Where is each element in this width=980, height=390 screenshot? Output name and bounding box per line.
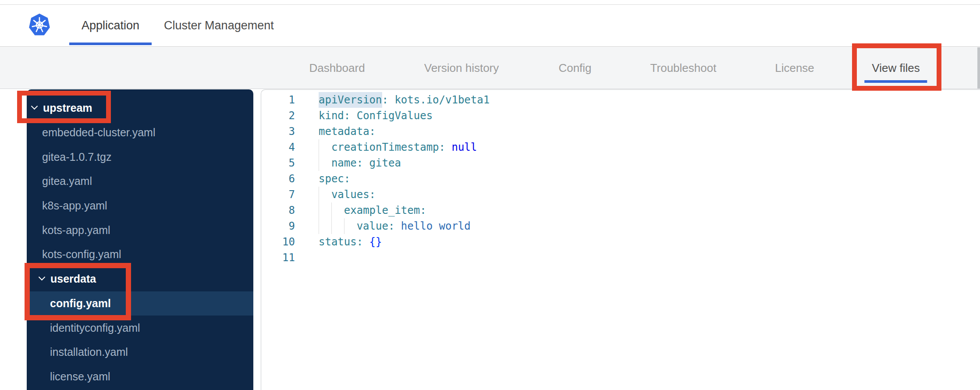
folder-upstream[interactable]: upstream: [27, 96, 253, 121]
code-token: :: [357, 234, 369, 250]
tree-item-label: kots-config.yaml: [42, 248, 121, 261]
header-tab-label: Application: [82, 19, 139, 32]
primary-tab-bar: ApplicationCluster Management: [69, 5, 286, 46]
nav-tab-label: Config: [558, 61, 591, 75]
code-line-5[interactable]: 5name: gitea: [261, 155, 980, 171]
code-token: name: [331, 155, 357, 171]
code-token: :: [357, 155, 369, 171]
line-number: 6: [261, 171, 295, 187]
code-token: values: [331, 187, 369, 202]
tree-item-label: gitea.yaml: [42, 175, 92, 188]
indent-guide: [319, 202, 331, 218]
code-token: :: [382, 92, 395, 108]
code-token: metadata: [319, 124, 369, 139]
file-config-yaml[interactable]: config.yaml: [27, 291, 253, 316]
nav-tab-label: Dashboard: [309, 61, 365, 75]
code-line-1[interactable]: 1apiVersion: kots.io/v1beta1: [261, 92, 980, 108]
nav-tab-version-history[interactable]: Version history: [424, 47, 499, 89]
chevron-down-icon: [31, 103, 38, 110]
file-gitea-yaml[interactable]: gitea.yaml: [27, 169, 253, 194]
tree-item-label: upstream: [43, 102, 92, 114]
line-number: 1: [261, 92, 295, 108]
code-line-9[interactable]: 9value: hello world: [261, 218, 980, 234]
nav-tab-config[interactable]: Config: [558, 47, 591, 89]
line-number: 11: [261, 250, 295, 266]
active-tab-underline: [69, 43, 152, 45]
helm-wheel-icon: [31, 16, 48, 34]
code-text: name: gitea: [319, 155, 401, 171]
file-identityconfig-yaml[interactable]: identityconfig.yaml: [27, 316, 253, 340]
nav-tab-label: View files: [872, 61, 920, 75]
nav-tab-troubleshoot[interactable]: Troubleshoot: [650, 47, 717, 89]
code-token: creationTimestamp: [331, 139, 439, 155]
indent-guide: [331, 218, 344, 234]
code-line-3[interactable]: 3metadata:: [261, 124, 980, 139]
indent-guide: [344, 218, 357, 234]
code-token: :: [420, 202, 426, 218]
code-token: kots.io/v1beta1: [394, 92, 490, 108]
tree-item-label: installation.yaml: [50, 346, 128, 358]
code-text: example_item:: [319, 202, 426, 218]
file-tree-sidebar: upstreamembedded-cluster.yamlgitea-1.0.7…: [27, 89, 253, 390]
chevron-down-icon: [39, 274, 45, 281]
nav-tab-label: Troubleshoot: [650, 61, 717, 75]
application-nav-bar: DashboardVersion historyConfigTroublesho…: [0, 47, 980, 89]
header-tab-label: Cluster Management: [164, 19, 274, 32]
code-line-6[interactable]: 6spec:: [261, 171, 980, 187]
code-text: metadata:: [319, 124, 376, 139]
line-number: 5: [261, 155, 295, 171]
header-tab-cluster-management[interactable]: Cluster Management: [152, 5, 286, 46]
code-text: values:: [319, 187, 376, 202]
code-text: value: hello world: [319, 218, 471, 234]
kubernetes-logo-icon[interactable]: [28, 12, 51, 38]
folder-userdata[interactable]: userdata: [27, 267, 253, 291]
nav-tab-label: License: [775, 61, 814, 75]
code-line-7[interactable]: 7values:: [261, 187, 980, 202]
tree-item-label: identityconfig.yaml: [50, 322, 140, 334]
code-token: gitea: [369, 155, 401, 171]
app-header: ApplicationCluster Management: [0, 5, 980, 47]
file-k8s-app-yaml[interactable]: k8s-app.yaml: [27, 194, 253, 218]
code-token: :: [344, 108, 357, 124]
nav-tab-label: Version history: [424, 61, 499, 75]
file-kots-config-yaml[interactable]: kots-config.yaml: [27, 242, 253, 267]
nav-tab-view-files[interactable]: View files: [872, 47, 920, 89]
code-token: :: [388, 218, 401, 234]
file-embedded-cluster-yaml[interactable]: embedded-cluster.yaml: [27, 121, 253, 145]
tree-item-label: userdata: [50, 273, 96, 285]
indent-guide: [319, 155, 331, 171]
code-token: {}: [369, 234, 382, 250]
line-number: 9: [261, 218, 295, 234]
file-installation-yaml[interactable]: installation.yaml: [27, 340, 253, 365]
indent-guide: [319, 218, 331, 234]
code-text: spec:: [319, 171, 350, 187]
code-line-2[interactable]: 2kind: ConfigValues: [261, 108, 980, 124]
header-tab-application[interactable]: Application: [69, 5, 152, 46]
nav-tab-dashboard[interactable]: Dashboard: [309, 47, 365, 89]
file-kots-app-yaml[interactable]: kots-app.yaml: [27, 218, 253, 242]
code-line-11[interactable]: 11: [261, 250, 980, 266]
code-token: :: [369, 187, 376, 202]
tree-item-label: k8s-app.yaml: [42, 199, 107, 212]
code-token: value: [357, 218, 388, 234]
line-number: 10: [261, 234, 295, 250]
indent-guide: [319, 139, 331, 155]
code-line-4[interactable]: 4creationTimestamp: null: [261, 139, 980, 155]
code-token: example_item: [344, 202, 420, 218]
nav-tab-license[interactable]: License: [775, 47, 814, 89]
browser-scrollbar-thumb[interactable]: [977, 47, 980, 89]
code-token: kind: [319, 108, 344, 124]
code-token: null: [451, 139, 477, 155]
active-nav-underline: [864, 80, 927, 83]
code-token: :: [439, 139, 452, 155]
file-license-yaml[interactable]: license.yaml: [27, 365, 253, 389]
kots-admin-console: ApplicationCluster Management DashboardV…: [0, 0, 980, 390]
yaml-code-editor[interactable]: 1apiVersion: kots.io/v1beta12kind: Confi…: [261, 89, 980, 390]
code-line-8[interactable]: 8example_item:: [261, 202, 980, 218]
code-text: kind: ConfigValues: [319, 108, 433, 124]
file-gitea-1-0-7-tgz[interactable]: gitea-1.0.7.tgz: [27, 145, 253, 169]
code-text: apiVersion: kots.io/v1beta1: [319, 92, 490, 108]
code-token: :: [369, 124, 376, 139]
code-token: :: [344, 171, 350, 187]
code-line-10[interactable]: 10status: {}: [261, 234, 980, 250]
